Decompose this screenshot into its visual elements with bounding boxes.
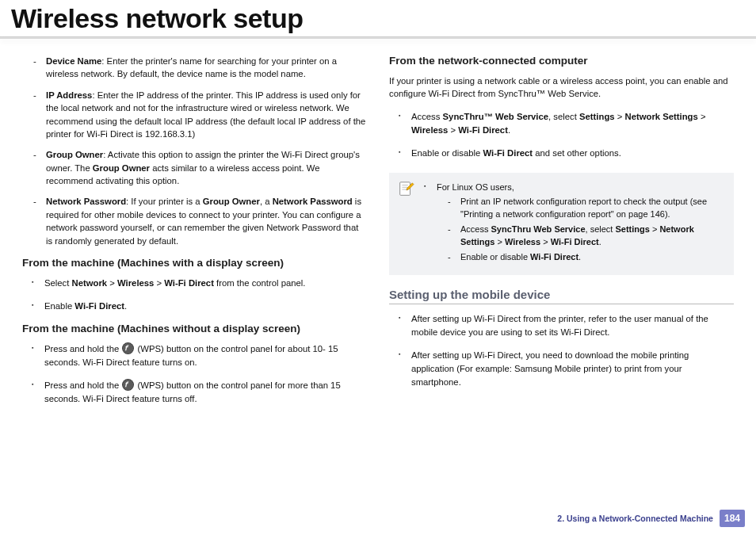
list-item: After setting up Wi-Fi Direct, you need … <box>403 349 734 389</box>
list-item: Network Password: If your printer is a G… <box>36 195 367 247</box>
title-divider <box>0 36 756 39</box>
list-item: Press and hold the (WPS) button on the c… <box>36 342 367 369</box>
list-item: After setting up Wi-Fi Direct from the p… <box>403 312 734 339</box>
content-columns: Device Name: Enter the printer's name fo… <box>0 55 756 415</box>
wps-icon <box>122 379 134 391</box>
list-item: Enable or disable Wi-Fi Direct. <box>451 251 724 264</box>
page-number: 184 <box>720 510 745 527</box>
section-divider <box>389 304 734 304</box>
list-item: Press and hold the (WPS) button on the c… <box>36 379 367 406</box>
heading-machine-display: From the machine (Machines with a displa… <box>22 257 367 269</box>
list-item: Select Network > Wireless > Wi-Fi Direct… <box>36 277 367 290</box>
heading-network-computer: From the network-connected computer <box>389 55 734 67</box>
wps-icon <box>122 342 134 354</box>
note-icon <box>397 181 414 198</box>
list-item: IP Address: Enter the IP address of the … <box>36 89 367 141</box>
list-item: Enable or disable Wi-Fi Direct and set o… <box>403 147 734 160</box>
nodisplay-steps: Press and hold the (WPS) button on the c… <box>22 342 367 406</box>
note-box: For Linux OS users, Print an IP network … <box>389 173 734 275</box>
display-steps: Select Network > Wireless > Wi-Fi Direct… <box>22 277 367 313</box>
footer-chapter: 2. Using a Network-Connected Machine <box>557 514 713 523</box>
mobile-steps: After setting up Wi-Fi Direct from the p… <box>389 312 734 389</box>
heading-machine-nodisplay: From the machine (Machines without a dis… <box>22 323 367 334</box>
list-item: Print an IP network configuration report… <box>451 196 724 221</box>
left-column: Device Name: Enter the printer's name fo… <box>22 55 367 415</box>
page-title: Wireless network setup <box>11 3 756 34</box>
page-footer: 2. Using a Network-Connected Machine 184 <box>557 510 745 527</box>
network-steps: Access SyncThru™ Web Service, select Set… <box>389 110 734 160</box>
definitions-list: Device Name: Enter the printer's name fo… <box>22 55 367 247</box>
list-item: Access SyncThru™ Web Service, select Set… <box>403 110 734 137</box>
list-item: Access SyncThru Web Service, select Sett… <box>451 224 724 249</box>
list-item: For Linux OS users, Print an IP network … <box>429 181 724 264</box>
list-item: Group Owner: Activate this option to ass… <box>36 148 367 187</box>
list-item: Device Name: Enter the printer's name fo… <box>36 55 367 81</box>
heading-mobile-setup: Setting up the mobile device <box>389 288 734 301</box>
right-column: From the network-connected computer If y… <box>389 55 734 415</box>
list-item: Enable Wi-Fi Direct. <box>36 300 367 313</box>
paragraph: If your printer is using a network cable… <box>389 75 734 101</box>
